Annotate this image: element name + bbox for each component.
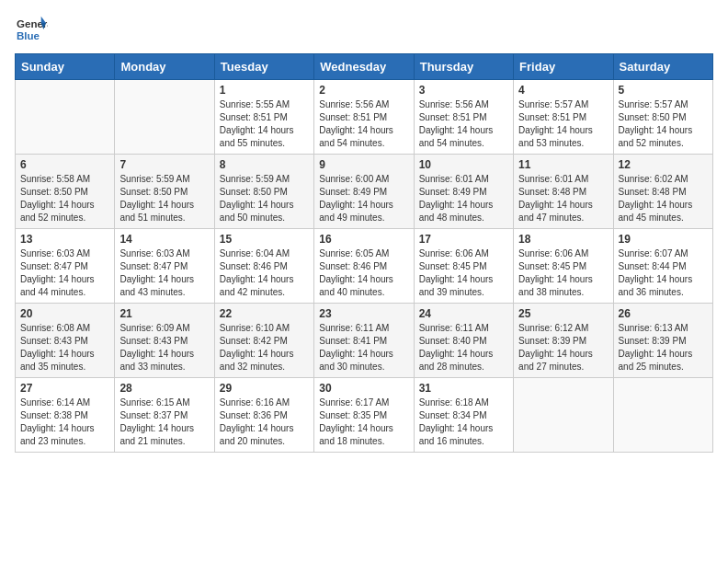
day-info: Sunrise: 6:18 AMSunset: 8:34 PMDaylight:… xyxy=(419,396,508,448)
calendar-week-row: 20Sunrise: 6:08 AMSunset: 8:43 PMDayligh… xyxy=(16,304,713,378)
calendar-day-cell: 22Sunrise: 6:10 AMSunset: 8:42 PMDayligh… xyxy=(214,304,313,378)
day-info: Sunrise: 6:03 AMSunset: 8:47 PMDaylight:… xyxy=(20,247,109,299)
calendar-day-cell: 9Sunrise: 6:00 AMSunset: 8:49 PMDaylight… xyxy=(314,155,414,229)
day-info: Sunrise: 5:57 AMSunset: 8:51 PMDaylight:… xyxy=(518,98,608,150)
logo-icon: General Blue xyxy=(15,15,48,44)
day-number: 5 xyxy=(619,84,708,97)
day-number: 30 xyxy=(319,382,408,395)
calendar-week-row: 13Sunrise: 6:03 AMSunset: 8:47 PMDayligh… xyxy=(16,229,713,304)
calendar-day-cell: 28Sunrise: 6:15 AMSunset: 8:37 PMDayligh… xyxy=(115,378,214,453)
day-number: 28 xyxy=(119,382,209,395)
day-number: 9 xyxy=(319,158,408,171)
calendar-table: SundayMondayTuesdayWednesdayThursdayFrid… xyxy=(15,53,713,453)
day-info: Sunrise: 6:17 AMSunset: 8:35 PMDaylight:… xyxy=(319,396,408,448)
calendar-day-cell: 6Sunrise: 5:58 AMSunset: 8:50 PMDaylight… xyxy=(16,155,115,229)
calendar-day-cell: 15Sunrise: 6:04 AMSunset: 8:46 PMDayligh… xyxy=(214,229,313,304)
calendar-day-cell: 3Sunrise: 5:56 AMSunset: 8:51 PMDaylight… xyxy=(414,80,513,155)
day-number: 7 xyxy=(119,158,209,171)
day-info: Sunrise: 5:56 AMSunset: 8:51 PMDaylight:… xyxy=(319,98,408,150)
day-info: Sunrise: 6:10 AMSunset: 8:42 PMDaylight:… xyxy=(220,322,309,373)
day-info: Sunrise: 6:00 AMSunset: 8:49 PMDaylight:… xyxy=(319,173,408,224)
calendar-day-cell: 20Sunrise: 6:08 AMSunset: 8:43 PMDayligh… xyxy=(16,304,115,378)
calendar-day-cell: 14Sunrise: 6:03 AMSunset: 8:47 PMDayligh… xyxy=(115,229,214,304)
day-number: 24 xyxy=(419,307,508,320)
calendar-day-cell: 2Sunrise: 5:56 AMSunset: 8:51 PMDaylight… xyxy=(314,80,414,155)
calendar-day-cell: 19Sunrise: 6:07 AMSunset: 8:44 PMDayligh… xyxy=(613,229,712,304)
calendar-day-cell: 8Sunrise: 5:59 AMSunset: 8:50 PMDaylight… xyxy=(214,155,313,229)
calendar-day-cell: 1Sunrise: 5:55 AMSunset: 8:51 PMDaylight… xyxy=(214,80,313,155)
day-info: Sunrise: 6:02 AMSunset: 8:48 PMDaylight:… xyxy=(619,173,708,224)
calendar-day-cell: 21Sunrise: 6:09 AMSunset: 8:43 PMDayligh… xyxy=(115,304,214,378)
day-of-week-header: Saturday xyxy=(613,54,712,80)
calendar-day-cell: 27Sunrise: 6:14 AMSunset: 8:38 PMDayligh… xyxy=(16,378,115,453)
calendar-day-cell: 31Sunrise: 6:18 AMSunset: 8:34 PMDayligh… xyxy=(414,378,513,453)
day-info: Sunrise: 6:14 AMSunset: 8:38 PMDaylight:… xyxy=(20,396,109,448)
day-number: 25 xyxy=(518,307,608,320)
day-number: 13 xyxy=(20,233,109,246)
day-info: Sunrise: 6:06 AMSunset: 8:45 PMDaylight:… xyxy=(518,247,608,299)
day-info: Sunrise: 5:59 AMSunset: 8:50 PMDaylight:… xyxy=(119,173,209,224)
calendar-day-cell: 23Sunrise: 6:11 AMSunset: 8:41 PMDayligh… xyxy=(314,304,414,378)
calendar-day-cell: 16Sunrise: 6:05 AMSunset: 8:46 PMDayligh… xyxy=(314,229,414,304)
calendar-day-cell xyxy=(115,80,214,155)
calendar-week-row: 6Sunrise: 5:58 AMSunset: 8:50 PMDaylight… xyxy=(16,155,713,229)
calendar-day-cell: 25Sunrise: 6:12 AMSunset: 8:39 PMDayligh… xyxy=(514,304,613,378)
calendar-day-cell: 30Sunrise: 6:17 AMSunset: 8:35 PMDayligh… xyxy=(314,378,414,453)
day-number: 12 xyxy=(619,158,708,171)
day-number: 29 xyxy=(220,382,309,395)
day-info: Sunrise: 5:58 AMSunset: 8:50 PMDaylight:… xyxy=(20,173,109,224)
day-info: Sunrise: 5:59 AMSunset: 8:50 PMDaylight:… xyxy=(220,173,309,224)
day-info: Sunrise: 6:11 AMSunset: 8:41 PMDaylight:… xyxy=(319,322,408,373)
day-of-week-header: Monday xyxy=(115,54,214,80)
day-number: 16 xyxy=(319,233,408,246)
day-info: Sunrise: 6:11 AMSunset: 8:40 PMDaylight:… xyxy=(419,322,508,373)
calendar-day-cell xyxy=(16,80,115,155)
day-info: Sunrise: 6:01 AMSunset: 8:49 PMDaylight:… xyxy=(419,173,508,224)
svg-text:Blue: Blue xyxy=(17,30,40,41)
calendar-day-cell: 5Sunrise: 5:57 AMSunset: 8:50 PMDaylight… xyxy=(613,80,712,155)
day-info: Sunrise: 5:57 AMSunset: 8:50 PMDaylight:… xyxy=(619,98,708,150)
day-of-week-header: Tuesday xyxy=(214,54,313,80)
calendar-day-cell: 24Sunrise: 6:11 AMSunset: 8:40 PMDayligh… xyxy=(414,304,513,378)
day-number: 2 xyxy=(319,84,408,97)
day-number: 17 xyxy=(419,233,508,246)
day-number: 26 xyxy=(619,307,708,320)
day-number: 11 xyxy=(518,158,608,171)
header: General Blue xyxy=(15,15,713,44)
day-info: Sunrise: 5:55 AMSunset: 8:51 PMDaylight:… xyxy=(220,98,309,150)
day-info: Sunrise: 6:16 AMSunset: 8:36 PMDaylight:… xyxy=(220,396,309,448)
day-number: 19 xyxy=(619,233,708,246)
day-info: Sunrise: 6:09 AMSunset: 8:43 PMDaylight:… xyxy=(119,322,209,373)
day-number: 10 xyxy=(419,158,508,171)
day-of-week-header: Friday xyxy=(514,54,613,80)
calendar-day-cell: 11Sunrise: 6:01 AMSunset: 8:48 PMDayligh… xyxy=(514,155,613,229)
day-info: Sunrise: 6:03 AMSunset: 8:47 PMDaylight:… xyxy=(119,247,209,299)
day-info: Sunrise: 6:15 AMSunset: 8:37 PMDaylight:… xyxy=(119,396,209,448)
day-number: 31 xyxy=(419,382,508,395)
calendar-day-cell: 4Sunrise: 5:57 AMSunset: 8:51 PMDaylight… xyxy=(514,80,613,155)
day-of-week-header: Sunday xyxy=(16,54,115,80)
day-number: 14 xyxy=(119,233,209,246)
calendar-day-cell: 18Sunrise: 6:06 AMSunset: 8:45 PMDayligh… xyxy=(514,229,613,304)
day-number: 22 xyxy=(220,307,309,320)
day-number: 21 xyxy=(119,307,209,320)
calendar-day-cell xyxy=(613,378,712,453)
day-number: 3 xyxy=(419,84,508,97)
calendar-day-cell: 12Sunrise: 6:02 AMSunset: 8:48 PMDayligh… xyxy=(613,155,712,229)
calendar-day-cell: 26Sunrise: 6:13 AMSunset: 8:39 PMDayligh… xyxy=(613,304,712,378)
day-number: 27 xyxy=(20,382,109,395)
logo: General Blue xyxy=(15,15,51,44)
calendar-day-cell: 17Sunrise: 6:06 AMSunset: 8:45 PMDayligh… xyxy=(414,229,513,304)
calendar-day-cell: 13Sunrise: 6:03 AMSunset: 8:47 PMDayligh… xyxy=(16,229,115,304)
day-of-week-header: Thursday xyxy=(414,54,513,80)
day-info: Sunrise: 6:01 AMSunset: 8:48 PMDaylight:… xyxy=(518,173,608,224)
day-of-week-header: Wednesday xyxy=(314,54,414,80)
calendar-day-cell xyxy=(514,378,613,453)
calendar-week-row: 1Sunrise: 5:55 AMSunset: 8:51 PMDaylight… xyxy=(16,80,713,155)
calendar-day-cell: 29Sunrise: 6:16 AMSunset: 8:36 PMDayligh… xyxy=(214,378,313,453)
day-info: Sunrise: 6:08 AMSunset: 8:43 PMDaylight:… xyxy=(20,322,109,373)
calendar-week-row: 27Sunrise: 6:14 AMSunset: 8:38 PMDayligh… xyxy=(16,378,713,453)
calendar-day-cell: 10Sunrise: 6:01 AMSunset: 8:49 PMDayligh… xyxy=(414,155,513,229)
day-number: 4 xyxy=(518,84,608,97)
day-info: Sunrise: 6:12 AMSunset: 8:39 PMDaylight:… xyxy=(518,322,608,373)
